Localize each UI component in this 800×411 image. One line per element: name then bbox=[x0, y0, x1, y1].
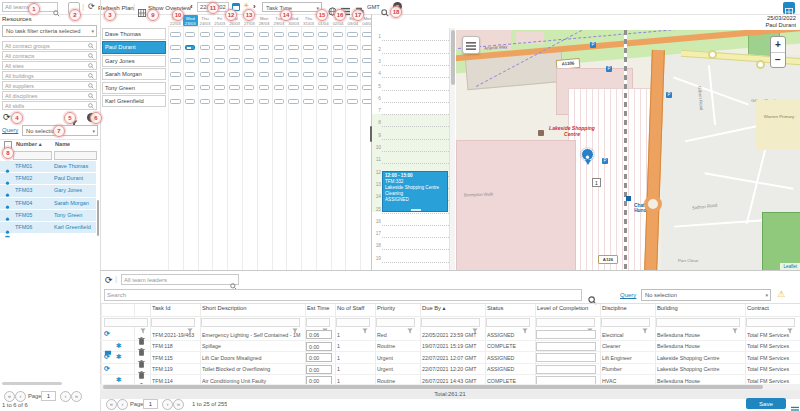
refresh-plan-icon[interactable]: ⟳ bbox=[88, 2, 95, 11]
schedule-slot[interactable] bbox=[347, 32, 358, 37]
schedule-slot[interactable] bbox=[303, 32, 314, 37]
schedule-slot[interactable] bbox=[229, 45, 240, 50]
search-icon[interactable] bbox=[88, 53, 94, 61]
column-filter-input[interactable] bbox=[746, 318, 795, 327]
schedule-slot[interactable] bbox=[288, 58, 299, 63]
schedule-slot[interactable] bbox=[318, 32, 329, 37]
schedule-slot[interactable] bbox=[244, 85, 255, 90]
est-time-input[interactable]: 0:00 bbox=[306, 342, 332, 351]
map-marker-count[interactable]: 1 bbox=[592, 178, 601, 187]
schedule-slot[interactable] bbox=[318, 99, 329, 104]
name-column-header[interactable]: Name bbox=[55, 141, 70, 147]
map-attribution[interactable]: Leaflet bbox=[780, 263, 800, 270]
schedule-slot[interactable] bbox=[185, 45, 196, 50]
scheduler-resource-sarah-morgan[interactable]: Sarah Morgan bbox=[102, 68, 166, 80]
column-filter-input[interactable] bbox=[486, 318, 530, 327]
column-filter-input[interactable] bbox=[201, 318, 300, 327]
schedule-slot[interactable] bbox=[318, 85, 329, 90]
dayview-scrollbar-thumb[interactable] bbox=[451, 30, 455, 85]
schedule-slot[interactable] bbox=[259, 45, 270, 50]
schedule-slot[interactable] bbox=[362, 45, 371, 50]
schedule-slot[interactable] bbox=[214, 72, 225, 77]
completion-input[interactable] bbox=[536, 353, 596, 362]
schedule-slot[interactable] bbox=[244, 99, 255, 104]
schedule-slot[interactable] bbox=[303, 72, 314, 77]
scheduler-resource-gary-jones[interactable]: Gary Jones bbox=[102, 55, 166, 67]
dayview-scrollbar-track[interactable] bbox=[449, 28, 455, 270]
sidebar-scrollbar[interactable] bbox=[97, 200, 100, 236]
schedule-slot[interactable] bbox=[347, 99, 358, 104]
prev-page-button[interactable]: ‹ bbox=[117, 399, 128, 410]
schedule-slot[interactable] bbox=[170, 85, 181, 90]
zoom-in-button[interactable]: + bbox=[771, 37, 785, 53]
column-header-con[interactable]: Contract bbox=[747, 305, 798, 311]
column-filter-input[interactable] bbox=[421, 318, 480, 327]
completion-input[interactable] bbox=[536, 330, 596, 339]
schedule-slot[interactable] bbox=[200, 72, 211, 77]
column-header-est[interactable]: Est Time bbox=[307, 305, 333, 311]
est-time-input[interactable]: 0:06 bbox=[306, 330, 332, 339]
schedule-slot[interactable] bbox=[303, 85, 314, 90]
search-icon[interactable] bbox=[88, 83, 94, 91]
recurrence-icon[interactable]: ⟳ bbox=[104, 330, 110, 338]
scheduler-resource-dave-thomas[interactable]: Dave Thomas bbox=[102, 28, 166, 40]
map-toggle-icon[interactable] bbox=[783, 2, 795, 14]
schedule-slot[interactable] bbox=[200, 45, 211, 50]
sidebar-filter-all-sites[interactable]: All sites bbox=[2, 61, 97, 70]
prev-day-chevron-icon[interactable]: ‹ bbox=[190, 2, 193, 11]
recurrence-icon[interactable]: ⟳ bbox=[104, 365, 110, 373]
schedule-slot[interactable] bbox=[229, 72, 240, 77]
schedule-slot[interactable] bbox=[288, 72, 299, 77]
recurrence-icon[interactable]: ⟳ bbox=[104, 353, 110, 361]
sidebar-filter-all-disciplines[interactable]: All disciplines bbox=[2, 91, 97, 100]
column-filter-input[interactable] bbox=[104, 318, 148, 327]
column-filter-input[interactable] bbox=[656, 318, 740, 327]
schedule-slot[interactable] bbox=[200, 99, 211, 104]
schedule-slot[interactable] bbox=[288, 45, 299, 50]
schedule-slot[interactable] bbox=[362, 58, 371, 63]
schedule-slot[interactable] bbox=[200, 85, 211, 90]
schedule-slot[interactable] bbox=[347, 72, 358, 77]
schedule-slot[interactable] bbox=[229, 32, 240, 37]
search-icon[interactable] bbox=[88, 93, 94, 101]
resource-row[interactable]: TFM04Sarah Morgan bbox=[0, 198, 96, 209]
schedule-slot[interactable] bbox=[288, 99, 299, 104]
schedule-slot[interactable] bbox=[362, 99, 371, 104]
last-page-button[interactable]: » bbox=[173, 399, 184, 410]
schedule-slot[interactable] bbox=[214, 45, 225, 50]
schedule-slot[interactable] bbox=[362, 72, 371, 77]
search-icon[interactable] bbox=[53, 3, 60, 21]
completion-input[interactable] bbox=[536, 365, 596, 374]
column-header-status[interactable]: Status bbox=[487, 305, 533, 311]
ppm-icon[interactable]: ✱ bbox=[116, 353, 122, 361]
refresh-resources-icon[interactable]: ⟳ bbox=[3, 112, 11, 122]
schedule-slot[interactable] bbox=[229, 85, 240, 90]
search-icon[interactable] bbox=[88, 103, 94, 111]
schedule-slot[interactable] bbox=[347, 85, 358, 90]
day-header-31-03[interactable]: Thu31/03 bbox=[301, 15, 316, 26]
schedule-slot[interactable] bbox=[333, 72, 344, 77]
schedule-slot[interactable] bbox=[185, 58, 196, 63]
task-query-select[interactable]: No selection▾ bbox=[641, 289, 771, 301]
schedule-slot[interactable] bbox=[333, 45, 344, 50]
schedule-slot[interactable] bbox=[214, 58, 225, 63]
schedule-slot[interactable] bbox=[303, 45, 314, 50]
task-row[interactable]: ⟳✱TFM:115Lift Car Doors Misaligned1Urgen… bbox=[100, 352, 800, 364]
schedule-slot[interactable] bbox=[347, 45, 358, 50]
schedule-slot[interactable] bbox=[229, 99, 240, 104]
schedule-slot[interactable] bbox=[259, 99, 270, 104]
menu-icon[interactable] bbox=[791, 400, 799, 411]
column-filter-input[interactable] bbox=[601, 318, 650, 327]
next-page-button[interactable]: › bbox=[60, 391, 71, 402]
schedule-slot[interactable] bbox=[333, 32, 344, 37]
schedule-slot[interactable] bbox=[362, 85, 371, 90]
next-day-chevron-icon[interactable]: › bbox=[253, 2, 256, 11]
schedule-slot[interactable] bbox=[244, 45, 255, 50]
task-query-link[interactable]: Query bbox=[620, 292, 636, 298]
schedule-slot[interactable] bbox=[259, 32, 270, 37]
task-row[interactable]: ⟳TFM:119Toilet Blocked or Overflowing1Ur… bbox=[100, 364, 800, 376]
schedule-slot[interactable] bbox=[333, 99, 344, 104]
schedule-slot[interactable] bbox=[200, 32, 211, 37]
day-header-28-03[interactable]: Mon28/03 bbox=[257, 15, 272, 26]
est-time-input[interactable]: 0:00 bbox=[306, 365, 332, 374]
